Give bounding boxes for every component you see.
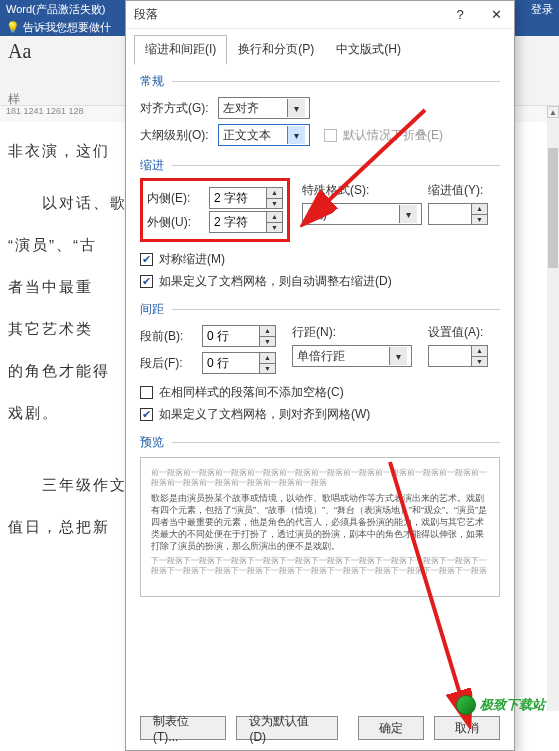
scrollbar[interactable]: ▲ bbox=[547, 106, 559, 711]
ribbon-font-sample: Aa bbox=[8, 40, 31, 62]
outline-combo[interactable]: 正文文本 ▾ bbox=[218, 124, 310, 146]
special-format-combo[interactable]: (无) ▾ bbox=[302, 203, 422, 225]
help-button[interactable]: ? bbox=[442, 1, 478, 29]
snap-grid-checkbox[interactable]: ✔ bbox=[140, 408, 153, 421]
preview-sample-text: 歌影是由演员扮某个故事或情境，以动作、歌唱或动作等方式表演出来的艺术。戏剧有四个… bbox=[151, 492, 489, 552]
login-label[interactable]: 登录 bbox=[531, 2, 553, 17]
tellme-text: 告诉我您想要做什 bbox=[23, 21, 111, 33]
chevron-up-icon[interactable]: ▲ bbox=[472, 204, 487, 214]
close-button[interactable]: ✕ bbox=[478, 1, 514, 29]
indent-value-input[interactable] bbox=[428, 203, 472, 225]
spinner[interactable]: ▲▼ bbox=[260, 325, 276, 347]
alignment-value: 左对齐 bbox=[223, 100, 259, 117]
special-format-label: 特殊格式(S): bbox=[302, 182, 428, 199]
chevron-down-icon[interactable]: ▼ bbox=[472, 214, 487, 225]
section-preview: 预览 bbox=[140, 428, 500, 453]
outside-indent-label: 外侧(U): bbox=[147, 214, 209, 231]
outline-label: 大纲级别(O): bbox=[140, 127, 218, 144]
tabs: 缩进和间距(I) 换行和分页(P) 中文版式(H) bbox=[126, 29, 514, 65]
spinner[interactable]: ▲▼ bbox=[260, 352, 276, 374]
outside-indent-input[interactable] bbox=[209, 211, 267, 233]
chevron-down-icon: ▾ bbox=[399, 205, 417, 223]
section-indent: 缩进 bbox=[140, 151, 500, 176]
tab-asian-typography[interactable]: 中文版式(H) bbox=[325, 35, 412, 65]
chevron-down-icon[interactable]: ▼ bbox=[267, 198, 282, 209]
line-spacing-combo[interactable]: 单倍行距 ▾ bbox=[292, 345, 412, 367]
chevron-up-icon[interactable]: ▲ bbox=[267, 188, 282, 198]
cancel-button[interactable]: 取消 bbox=[434, 716, 500, 740]
preview-filler: 下一段落下一段落下一段落下一段落下一段落下一段落下一段落下一段落下一段落下一段落… bbox=[151, 556, 489, 576]
space-before-label: 段前(B): bbox=[140, 328, 202, 345]
chevron-up-icon[interactable]: ▲ bbox=[260, 326, 275, 336]
alignment-label: 对齐方式(G): bbox=[140, 100, 218, 117]
space-after-label: 段后(F): bbox=[140, 355, 202, 372]
preview-filler: 前一段落前一段落前一段落前一段落前一段落前一段落前一段落前一段落前一段落前一段落… bbox=[151, 468, 489, 488]
chevron-down-icon: ▾ bbox=[287, 126, 305, 144]
grid-indent-checkbox[interactable]: ✔ bbox=[140, 275, 153, 288]
set-default-button[interactable]: 设为默认值(D) bbox=[236, 716, 338, 740]
space-before-input[interactable] bbox=[202, 325, 260, 347]
chevron-down-icon: ▾ bbox=[287, 99, 305, 117]
set-value-input[interactable] bbox=[428, 345, 472, 367]
special-format-value: (无) bbox=[307, 206, 327, 223]
chevron-up-icon[interactable]: ▲ bbox=[472, 346, 487, 356]
snap-grid-label: 如果定义了文档网格，则对齐到网格(W) bbox=[159, 406, 370, 423]
no-space-same-style-checkbox[interactable] bbox=[140, 386, 153, 399]
spinner[interactable]: ▲▼ bbox=[472, 203, 488, 225]
chevron-up-icon[interactable]: ▲ bbox=[260, 353, 275, 363]
set-value-label: 设置值(A): bbox=[428, 324, 500, 341]
titlebar: 段落 ? ✕ bbox=[126, 1, 514, 29]
space-after-input[interactable] bbox=[202, 352, 260, 374]
ok-button[interactable]: 确定 bbox=[358, 716, 424, 740]
chevron-down-icon[interactable]: ▼ bbox=[260, 363, 275, 374]
inside-indent-input[interactable] bbox=[209, 187, 267, 209]
section-spacing: 间距 bbox=[140, 295, 500, 320]
collapse-default-checkbox bbox=[324, 129, 337, 142]
scroll-thumb[interactable] bbox=[548, 148, 558, 268]
chevron-down-icon[interactable]: ▼ bbox=[267, 222, 282, 233]
indent-value-label: 缩进值(Y): bbox=[428, 182, 500, 199]
outline-value: 正文文本 bbox=[223, 127, 271, 144]
spinner[interactable]: ▲▼ bbox=[472, 345, 488, 367]
dialog-title: 段落 bbox=[134, 6, 158, 23]
grid-indent-label: 如果定义了文档网格，则自动调整右缩进(D) bbox=[159, 273, 392, 290]
preview-box: 前一段落前一段落前一段落前一段落前一段落前一段落前一段落前一段落前一段落前一段落… bbox=[140, 457, 500, 597]
spinner[interactable]: ▲▼ bbox=[267, 187, 283, 209]
section-general: 常规 bbox=[140, 67, 500, 92]
paragraph-dialog: 段落 ? ✕ 缩进和间距(I) 换行和分页(P) 中文版式(H) 常规 对齐方式… bbox=[125, 0, 515, 751]
tab-line-page-breaks[interactable]: 换行和分页(P) bbox=[227, 35, 325, 65]
chevron-up-icon[interactable]: ▲ bbox=[267, 212, 282, 222]
spinner[interactable]: ▲▼ bbox=[267, 211, 283, 233]
line-spacing-value: 单倍行距 bbox=[297, 348, 345, 365]
mirror-indent-checkbox[interactable]: ✔ bbox=[140, 253, 153, 266]
tab-indent-spacing[interactable]: 缩进和间距(I) bbox=[134, 35, 227, 65]
mirror-indent-label: 对称缩进(M) bbox=[159, 251, 225, 268]
scroll-up-icon[interactable]: ▲ bbox=[547, 106, 559, 118]
no-space-same-style-label: 在相同样式的段落间不添加空格(C) bbox=[159, 384, 344, 401]
highlight-box: 内侧(E): ▲▼ 外侧(U): ▲▼ bbox=[140, 178, 290, 242]
tabs-button[interactable]: 制表位(T)... bbox=[140, 716, 226, 740]
chevron-down-icon: ▾ bbox=[389, 347, 407, 365]
chevron-down-icon[interactable]: ▼ bbox=[260, 336, 275, 347]
collapse-default-label: 默认情况下折叠(E) bbox=[343, 127, 443, 144]
chevron-down-icon[interactable]: ▼ bbox=[472, 356, 487, 367]
line-spacing-label: 行距(N): bbox=[292, 324, 428, 341]
inside-indent-label: 内侧(E): bbox=[147, 190, 209, 207]
alignment-combo[interactable]: 左对齐 ▾ bbox=[218, 97, 310, 119]
